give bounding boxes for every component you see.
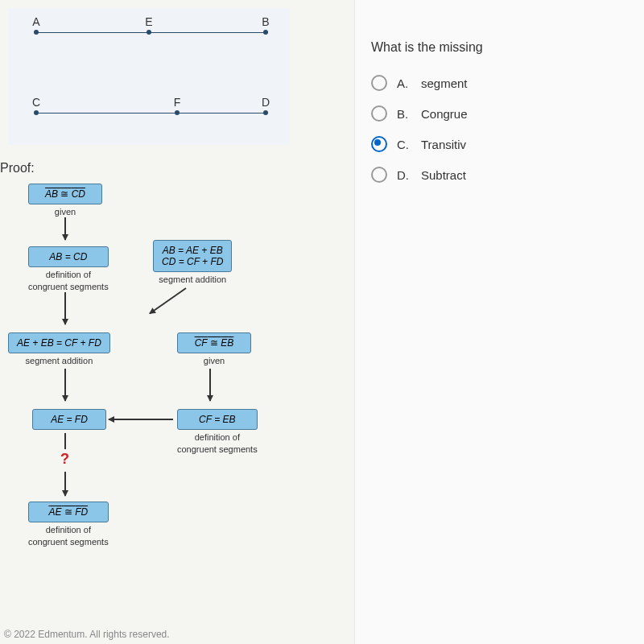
line-diagram: A E B C F D (8, 8, 290, 145)
proof-node-segment-addition-1: AB = AE + EB CD = CF + FD (153, 240, 232, 272)
proof-heading: Proof: (0, 161, 354, 175)
proof-node-ab-cong-cd: AB ≅ CD (28, 184, 102, 204)
copyright-footer: © 2022 Edmentum. All rights reserved. (4, 629, 170, 640)
choice-b[interactable]: B. Congrue (371, 105, 644, 122)
radio-icon[interactable] (371, 136, 387, 152)
choice-a[interactable]: A. segment (371, 75, 644, 91)
proof-node-ae-cong-fd: AE ≅ FD (28, 502, 109, 522)
point-label-e: E (145, 15, 152, 28)
point-label-f: F (174, 96, 181, 109)
proof-node-ae-eb-eq-cf-fd: AE + EB = CF + FD (8, 332, 110, 353)
point-label-a: A (32, 15, 39, 28)
radio-icon[interactable] (371, 75, 387, 91)
proof-node-cf-cong-eb: CF ≅ EB (177, 332, 251, 353)
proof-node-ab-eq-cd: AB = CD (28, 246, 109, 267)
point-label-d: D (262, 96, 270, 109)
missing-step: ? (60, 451, 69, 468)
choice-c[interactable]: C. Transitiv (371, 136, 644, 152)
question-stem: What is the missing (371, 40, 644, 55)
point-label-c: C (32, 96, 40, 109)
left-panel: A E B C F D Proof: AB ≅ CD given (0, 0, 354, 644)
radio-icon[interactable] (371, 167, 387, 183)
radio-icon[interactable] (371, 105, 387, 122)
choice-d[interactable]: D. Subtract (371, 167, 644, 183)
proof-node-cf-eq-eb: CF = EB (177, 409, 258, 430)
proof-node-ae-eq-fd: AE = FD (32, 409, 106, 430)
proof-flowchart: AB ≅ CD given AB = CD definition of cong… (0, 184, 338, 634)
point-label-b: B (262, 15, 269, 28)
question-panel: What is the missing A. segment B. Congru… (354, 0, 644, 644)
